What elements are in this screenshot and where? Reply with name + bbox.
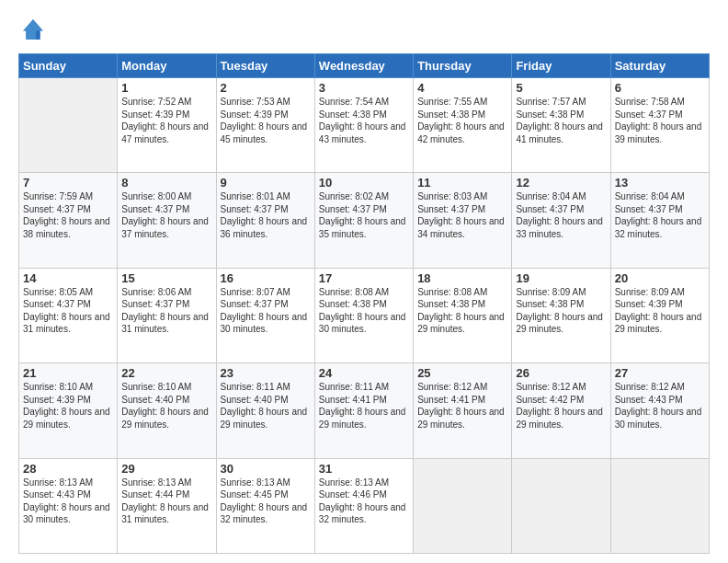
calendar-cell: 20 Sunrise: 8:09 AMSunset: 4:39 PMDaylig… bbox=[610, 268, 709, 362]
weekday-header-cell: Sunday bbox=[19, 54, 118, 78]
cell-text: Sunrise: 8:05 AMSunset: 4:37 PMDaylight:… bbox=[23, 286, 113, 336]
day-number: 4 bbox=[417, 81, 507, 95]
cell-text: Sunrise: 8:09 AMSunset: 4:39 PMDaylight:… bbox=[615, 286, 705, 336]
cell-text: Sunrise: 8:13 AMSunset: 4:45 PMDaylight:… bbox=[221, 477, 311, 526]
calendar-cell: 14 Sunrise: 8:05 AMSunset: 4:37 PMDaylig… bbox=[19, 268, 118, 362]
cell-text: Sunrise: 8:13 AMSunset: 4:43 PMDaylight:… bbox=[23, 477, 113, 526]
calendar-cell: 7 Sunrise: 7:59 AMSunset: 4:37 PMDayligh… bbox=[19, 173, 118, 268]
calendar-week-row: 21 Sunrise: 8:10 AMSunset: 4:39 PMDaylig… bbox=[19, 363, 710, 458]
cell-text: Sunrise: 8:09 AMSunset: 4:38 PMDaylight:… bbox=[516, 286, 606, 336]
cell-text: Sunrise: 7:55 AMSunset: 4:38 PMDaylight:… bbox=[417, 96, 507, 145]
calendar-cell: 19 Sunrise: 8:09 AMSunset: 4:38 PMDaylig… bbox=[512, 268, 610, 362]
calendar-cell: 10 Sunrise: 8:02 AMSunset: 4:37 PMDaylig… bbox=[314, 173, 413, 268]
cell-text: Sunrise: 8:01 AMSunset: 4:37 PMDaylight:… bbox=[221, 190, 311, 240]
calendar-table: SundayMondayTuesdayWednesdayThursdayFrid… bbox=[18, 53, 710, 554]
day-number: 28 bbox=[23, 462, 113, 476]
weekday-header-cell: Monday bbox=[118, 54, 216, 78]
calendar-week-row: 14 Sunrise: 8:05 AMSunset: 4:37 PMDaylig… bbox=[19, 268, 710, 362]
calendar-cell: 29 Sunrise: 8:13 AMSunset: 4:44 PMDaylig… bbox=[118, 458, 216, 553]
day-number: 12 bbox=[516, 176, 606, 190]
cell-text: Sunrise: 8:12 AMSunset: 4:41 PMDaylight:… bbox=[417, 381, 507, 431]
calendar-cell: 26 Sunrise: 8:12 AMSunset: 4:42 PMDaylig… bbox=[512, 363, 610, 458]
day-number: 19 bbox=[516, 271, 606, 285]
calendar-cell: 23 Sunrise: 8:11 AMSunset: 4:40 PMDaylig… bbox=[216, 363, 314, 458]
calendar-body: 1 Sunrise: 7:52 AMSunset: 4:39 PMDayligh… bbox=[19, 78, 710, 554]
calendar-week-row: 7 Sunrise: 7:59 AMSunset: 4:37 PMDayligh… bbox=[19, 173, 710, 268]
day-number: 20 bbox=[615, 271, 705, 285]
calendar-cell: 11 Sunrise: 8:03 AMSunset: 4:37 PMDaylig… bbox=[414, 173, 512, 268]
day-number: 16 bbox=[221, 271, 311, 285]
cell-text: Sunrise: 8:02 AMSunset: 4:37 PMDaylight:… bbox=[319, 190, 409, 240]
calendar-cell: 1 Sunrise: 7:52 AMSunset: 4:39 PMDayligh… bbox=[118, 78, 216, 173]
calendar-cell: 22 Sunrise: 8:10 AMSunset: 4:40 PMDaylig… bbox=[118, 363, 216, 458]
page: SundayMondayTuesdayWednesdayThursdayFrid… bbox=[0, 0, 728, 563]
calendar-cell: 13 Sunrise: 8:04 AMSunset: 4:37 PMDaylig… bbox=[610, 173, 709, 268]
cell-text: Sunrise: 8:13 AMSunset: 4:44 PMDaylight:… bbox=[121, 477, 211, 526]
calendar-cell: 30 Sunrise: 8:13 AMSunset: 4:45 PMDaylig… bbox=[216, 458, 314, 553]
cell-text: Sunrise: 7:52 AMSunset: 4:39 PMDaylight:… bbox=[121, 96, 211, 145]
calendar-week-row: 1 Sunrise: 7:52 AMSunset: 4:39 PMDayligh… bbox=[19, 78, 710, 173]
day-number: 5 bbox=[516, 81, 606, 95]
day-number: 18 bbox=[417, 271, 507, 285]
calendar-week-row: 28 Sunrise: 8:13 AMSunset: 4:43 PMDaylig… bbox=[19, 458, 710, 553]
calendar-cell: 5 Sunrise: 7:57 AMSunset: 4:38 PMDayligh… bbox=[512, 78, 610, 173]
calendar-cell: 4 Sunrise: 7:55 AMSunset: 4:38 PMDayligh… bbox=[414, 78, 512, 173]
calendar-cell: 21 Sunrise: 8:10 AMSunset: 4:39 PMDaylig… bbox=[19, 363, 118, 458]
calendar-cell: 9 Sunrise: 8:01 AMSunset: 4:37 PMDayligh… bbox=[216, 173, 314, 268]
cell-text: Sunrise: 8:04 AMSunset: 4:37 PMDaylight:… bbox=[516, 190, 606, 240]
day-number: 27 bbox=[615, 366, 705, 380]
calendar-cell: 24 Sunrise: 8:11 AMSunset: 4:41 PMDaylig… bbox=[314, 363, 413, 458]
calendar-cell: 2 Sunrise: 7:53 AMSunset: 4:39 PMDayligh… bbox=[216, 78, 314, 173]
weekday-header-cell: Friday bbox=[512, 54, 610, 78]
cell-text: Sunrise: 8:10 AMSunset: 4:40 PMDaylight:… bbox=[121, 381, 211, 431]
calendar-cell bbox=[512, 458, 610, 553]
cell-text: Sunrise: 8:08 AMSunset: 4:38 PMDaylight:… bbox=[417, 286, 507, 336]
day-number: 29 bbox=[121, 462, 211, 476]
day-number: 14 bbox=[23, 271, 113, 285]
calendar-cell: 18 Sunrise: 8:08 AMSunset: 4:38 PMDaylig… bbox=[414, 268, 512, 362]
day-number: 15 bbox=[121, 271, 211, 285]
calendar-cell: 27 Sunrise: 8:12 AMSunset: 4:43 PMDaylig… bbox=[610, 363, 709, 458]
cell-text: Sunrise: 8:11 AMSunset: 4:41 PMDaylight:… bbox=[319, 381, 409, 431]
calendar-cell: 16 Sunrise: 8:07 AMSunset: 4:37 PMDaylig… bbox=[216, 268, 314, 362]
cell-text: Sunrise: 8:04 AMSunset: 4:37 PMDaylight:… bbox=[615, 190, 705, 240]
cell-text: Sunrise: 7:58 AMSunset: 4:37 PMDaylight:… bbox=[615, 96, 705, 145]
cell-text: Sunrise: 8:10 AMSunset: 4:39 PMDaylight:… bbox=[23, 381, 113, 431]
day-number: 11 bbox=[417, 176, 507, 190]
day-number: 31 bbox=[319, 462, 409, 476]
calendar-cell: 3 Sunrise: 7:54 AMSunset: 4:38 PMDayligh… bbox=[314, 78, 413, 173]
cell-text: Sunrise: 7:54 AMSunset: 4:38 PMDaylight:… bbox=[319, 96, 409, 145]
calendar-cell: 15 Sunrise: 8:06 AMSunset: 4:37 PMDaylig… bbox=[118, 268, 216, 362]
day-number: 23 bbox=[221, 366, 311, 380]
calendar-cell: 12 Sunrise: 8:04 AMSunset: 4:37 PMDaylig… bbox=[512, 173, 610, 268]
cell-text: Sunrise: 7:59 AMSunset: 4:37 PMDaylight:… bbox=[23, 190, 113, 240]
cell-text: Sunrise: 8:12 AMSunset: 4:42 PMDaylight:… bbox=[516, 381, 606, 431]
day-number: 9 bbox=[221, 176, 311, 190]
cell-text: Sunrise: 8:08 AMSunset: 4:38 PMDaylight:… bbox=[319, 286, 409, 336]
cell-text: Sunrise: 8:12 AMSunset: 4:43 PMDaylight:… bbox=[615, 381, 705, 431]
cell-text: Sunrise: 8:06 AMSunset: 4:37 PMDaylight:… bbox=[121, 286, 211, 336]
day-number: 13 bbox=[615, 176, 705, 190]
cell-text: Sunrise: 8:03 AMSunset: 4:37 PMDaylight:… bbox=[417, 190, 507, 240]
day-number: 24 bbox=[319, 366, 409, 380]
cell-text: Sunrise: 8:13 AMSunset: 4:46 PMDaylight:… bbox=[319, 477, 409, 526]
header bbox=[18, 17, 710, 46]
day-number: 21 bbox=[23, 366, 113, 380]
day-number: 1 bbox=[121, 81, 211, 95]
cell-text: Sunrise: 8:00 AMSunset: 4:37 PMDaylight:… bbox=[121, 190, 211, 240]
calendar-cell: 17 Sunrise: 8:08 AMSunset: 4:38 PMDaylig… bbox=[314, 268, 413, 362]
logo bbox=[18, 17, 46, 46]
weekday-header-cell: Thursday bbox=[414, 54, 512, 78]
day-number: 6 bbox=[615, 81, 705, 95]
day-number: 2 bbox=[221, 81, 311, 95]
day-number: 3 bbox=[319, 81, 409, 95]
logo-icon bbox=[20, 17, 46, 42]
day-number: 10 bbox=[319, 176, 409, 190]
weekday-header-cell: Wednesday bbox=[314, 54, 413, 78]
calendar-cell: 25 Sunrise: 8:12 AMSunset: 4:41 PMDaylig… bbox=[414, 363, 512, 458]
day-number: 17 bbox=[319, 271, 409, 285]
calendar-cell bbox=[610, 458, 709, 553]
day-number: 7 bbox=[23, 176, 113, 190]
cell-text: Sunrise: 8:07 AMSunset: 4:37 PMDaylight:… bbox=[221, 286, 311, 336]
calendar-cell: 6 Sunrise: 7:58 AMSunset: 4:37 PMDayligh… bbox=[610, 78, 709, 173]
